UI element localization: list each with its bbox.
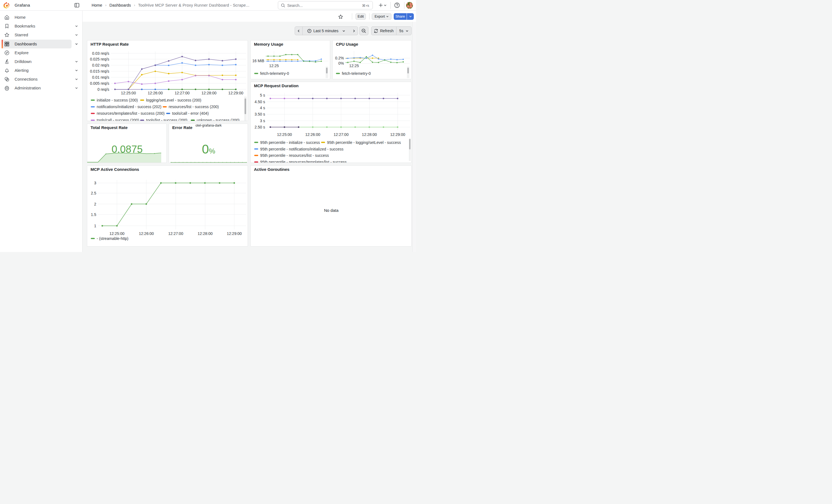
svg-text:95th percentile - resources/te: 95th percentile - resources/templates/li…	[260, 160, 347, 163]
svg-text:3.50 s: 3.50 s	[255, 112, 265, 116]
svg-text:tools/call - success (200): tools/call - success (200)	[97, 118, 139, 121]
svg-text:fetch-telemetry-0: fetch-telemetry-0	[342, 71, 371, 76]
svg-text:0.01 req/s: 0.01 req/s	[92, 75, 109, 80]
svg-text:12:28:00: 12:28:00	[198, 231, 213, 236]
svg-text:95th percentile - initialize -: 95th percentile - initialize - success	[260, 140, 320, 145]
svg-text:12:27:00: 12:27:00	[168, 231, 183, 236]
svg-text:12:29:00: 12:29:00	[390, 132, 405, 137]
svg-text:resources/list - success (200): resources/list - success (200)	[168, 105, 219, 109]
svg-text:12:25:00: 12:25:00	[277, 132, 292, 137]
svg-text:2.50 s: 2.50 s	[255, 125, 265, 129]
svg-text:0.015 req/s: 0.015 req/s	[90, 69, 109, 74]
svg-text:0%: 0%	[338, 61, 344, 65]
svg-text:2: 2	[94, 202, 96, 206]
svg-text:0.02 req/s: 0.02 req/s	[92, 63, 109, 68]
svg-text:95th percentile - resources/li: 95th percentile - resources/list - succe…	[260, 153, 329, 158]
svg-text:1.5: 1.5	[91, 212, 96, 217]
svg-text:0.005 req/s: 0.005 req/s	[90, 81, 109, 85]
svg-text:0 req/s: 0 req/s	[97, 87, 109, 91]
svg-text:12:25:00: 12:25:00	[121, 91, 136, 95]
svg-text:12:26:00: 12:26:00	[148, 91, 163, 95]
svg-text:12:28:00: 12:28:00	[201, 91, 216, 95]
svg-text:unknown - success (200): unknown - success (200)	[197, 118, 240, 121]
svg-text:logging/setLevel - success (20: logging/setLevel - success (200)	[146, 98, 201, 102]
svg-text:tools/list - success (200): tools/list - success (200)	[146, 118, 187, 121]
svg-text:12:29:00: 12:29:00	[228, 91, 243, 95]
svg-text:12:27:00: 12:27:00	[175, 91, 190, 95]
svg-text:4.50 s: 4.50 s	[255, 100, 265, 104]
svg-text:initialize - success (200): initialize - success (200)	[97, 98, 138, 102]
svg-text:4 s: 4 s	[260, 106, 265, 110]
svg-text:95th percentile - logging/setL: 95th percentile - logging/setLevel - suc…	[327, 140, 401, 145]
svg-text:tools/call - error (404): tools/call - error (404)	[172, 111, 209, 115]
svg-text:12:29:00: 12:29:00	[227, 231, 242, 236]
svg-text:notifications/initialized - su: notifications/initialized - success (202…	[97, 105, 161, 109]
svg-text:12:25:00: 12:25:00	[109, 231, 125, 236]
svg-text:0.03 req/s: 0.03 req/s	[92, 51, 109, 56]
svg-text:3: 3	[94, 181, 96, 185]
svg-text:resources/templates/list - suc: resources/templates/list - success (200)	[97, 111, 165, 115]
svg-text:0.2%: 0.2%	[335, 56, 344, 60]
svg-text:0.025 req/s: 0.025 req/s	[90, 57, 109, 61]
svg-text:12:25: 12:25	[349, 63, 359, 68]
svg-text:3 s: 3 s	[260, 118, 265, 123]
svg-text:2.5: 2.5	[91, 191, 96, 195]
svg-text:5 s: 5 s	[260, 93, 265, 97]
svg-text:fetch-telemetry-0: fetch-telemetry-0	[260, 71, 289, 76]
svg-text:12:28:00: 12:28:00	[362, 132, 377, 137]
svg-text:95th percentile - notification: 95th percentile - notifications/initiali…	[260, 147, 344, 151]
svg-text:- (streamable-http): - (streamable-http)	[97, 236, 129, 241]
svg-text:12:26:00: 12:26:00	[139, 231, 154, 236]
svg-text:12:25: 12:25	[269, 63, 279, 68]
svg-text:12:27:00: 12:27:00	[334, 132, 348, 137]
svg-text:1: 1	[94, 224, 96, 228]
svg-text:12:26:00: 12:26:00	[305, 132, 320, 137]
svg-text:16 MiB: 16 MiB	[252, 59, 264, 63]
